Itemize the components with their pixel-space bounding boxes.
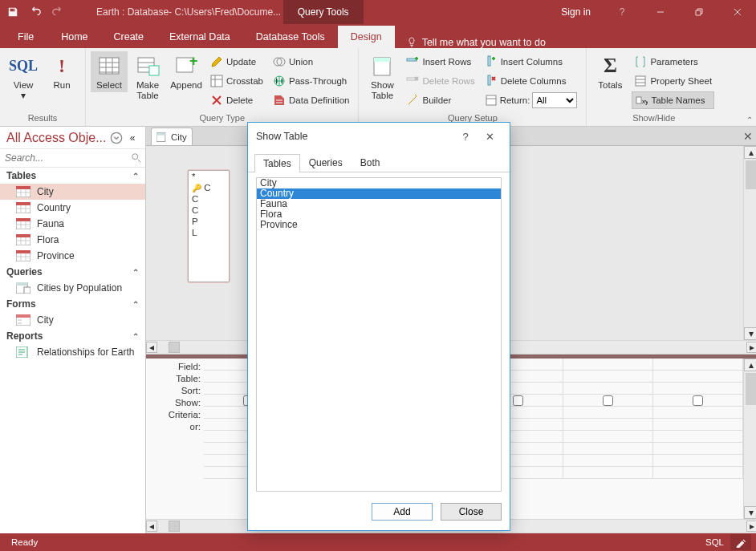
svg-rect-5 — [211, 75, 222, 87]
nav-item-province[interactable]: Province — [0, 248, 145, 264]
group-label-query-type: Query Type — [199, 113, 245, 124]
nav-header[interactable]: All Access Obje... — [6, 131, 110, 145]
close-button[interactable]: Close — [441, 503, 502, 521]
field-row[interactable]: C — [189, 205, 229, 216]
scroll-up-icon[interactable]: ▴ — [744, 146, 756, 159]
builder-button[interactable]: Builder — [404, 91, 477, 109]
show-checkbox[interactable] — [513, 395, 523, 406]
table-names-button[interactable]: xyzTable Names — [632, 91, 714, 109]
tab-home[interactable]: Home — [48, 26, 100, 48]
nav-cat-forms[interactable]: Forms⌃ — [0, 296, 145, 312]
nav-item-form-city[interactable]: City — [0, 312, 145, 328]
field-row[interactable]: P — [189, 216, 229, 227]
pass-through-button[interactable]: Pass-Through — [270, 72, 352, 90]
field-row[interactable]: L — [189, 227, 229, 238]
make-table-icon — [135, 53, 161, 79]
nav-dropdown-icon[interactable] — [110, 132, 123, 144]
dialog-help-icon[interactable]: ? — [453, 131, 478, 143]
update-button[interactable]: Update — [208, 53, 266, 71]
tab-database-tools[interactable]: Database Tools — [243, 26, 338, 48]
scroll-left-icon[interactable]: ◂ — [146, 342, 157, 353]
sql-indicator[interactable]: SQL — [699, 537, 730, 547]
scroll-thumb[interactable] — [169, 521, 180, 532]
delete-button[interactable]: Delete — [208, 91, 266, 109]
group-label-results: Results — [28, 113, 58, 124]
crosstab-button[interactable]: Crosstab — [208, 72, 266, 90]
list-item[interactable]: Province — [257, 220, 501, 230]
undo-icon[interactable] — [26, 2, 45, 22]
scroll-thumb[interactable] — [169, 342, 180, 353]
nav-collapse-icon[interactable]: « — [126, 132, 139, 144]
nav-cat-reports[interactable]: Reports⌃ — [0, 328, 145, 344]
tab-external-data[interactable]: External Data — [156, 26, 243, 48]
dialog-list[interactable]: City Country Fauna Flora Province — [256, 177, 502, 492]
list-item[interactable]: Country — [257, 188, 501, 199]
nav-item-cities-by-population[interactable]: Cities by Population — [0, 280, 145, 296]
nav-cat-tables[interactable]: Tables⌃ — [0, 168, 145, 184]
dialog-tab-both[interactable]: Both — [352, 153, 389, 172]
search-input[interactable] — [3, 151, 128, 165]
scroll-down-icon[interactable]: ▾ — [744, 327, 756, 340]
nav-item-relationships[interactable]: Relationships for Earth — [0, 344, 145, 360]
insert-columns-button[interactable]: Insert Columns — [482, 53, 580, 71]
make-table-button[interactable]: Make Table — [129, 51, 166, 103]
show-checkbox[interactable] — [693, 395, 703, 406]
append-icon: + — [173, 53, 199, 79]
run-button[interactable]: ! Run — [43, 51, 80, 92]
append-button[interactable]: + Append — [168, 51, 205, 92]
collapse-ribbon-icon[interactable]: ⌃ — [746, 115, 753, 124]
field-row[interactable]: 🔑 C — [189, 182, 229, 193]
scroll-down-icon[interactable]: ▾ — [744, 506, 756, 519]
search-icon[interactable] — [131, 152, 142, 164]
tab-design[interactable]: Design — [338, 26, 395, 48]
nav-item-flora[interactable]: Flora — [0, 232, 145, 248]
scroll-thumb[interactable] — [746, 373, 757, 405]
scroll-thumb[interactable] — [746, 160, 757, 189]
show-checkbox[interactable] — [603, 395, 613, 406]
scroll-right-icon[interactable]: ▸ — [746, 342, 756, 353]
insert-rows-button[interactable]: Insert Rows — [404, 53, 477, 71]
dialog-tab-tables[interactable]: Tables — [254, 154, 300, 172]
return-select[interactable]: All — [532, 92, 577, 108]
nav-item-fauna[interactable]: Fauna — [0, 216, 145, 232]
tab-file[interactable]: File — [3, 26, 48, 48]
nav-item-city[interactable]: City — [0, 184, 145, 200]
show-table-button[interactable]: Show Table — [364, 51, 400, 103]
nav-cat-queries[interactable]: Queries⌃ — [0, 264, 145, 280]
dialog-close-icon[interactable]: ✕ — [478, 131, 502, 143]
list-item[interactable]: Fauna — [257, 199, 501, 209]
nav-item-country[interactable]: Country — [0, 200, 145, 216]
field-row[interactable]: C — [189, 193, 229, 205]
redo-icon[interactable] — [48, 2, 67, 22]
parameters-button[interactable]: Parameters — [632, 53, 714, 71]
scroll-up-icon[interactable]: ▴ — [744, 359, 756, 371]
design-view-icon[interactable] — [730, 534, 751, 550]
field-row[interactable]: * — [189, 171, 229, 182]
restore-icon[interactable] — [681, 0, 717, 24]
scroll-right-icon[interactable]: ▸ — [746, 521, 756, 532]
select-query-button[interactable]: Select — [91, 51, 128, 92]
delete-row-icon — [406, 75, 419, 87]
close-tab-icon[interactable]: ✕ — [743, 130, 753, 143]
totals-button[interactable]: Σ Totals — [591, 51, 628, 92]
table-card-city[interactable]: * 🔑 C C C P L — [188, 170, 230, 282]
save-icon[interactable] — [3, 2, 22, 22]
help-icon[interactable]: ? — [604, 0, 640, 24]
tell-me-search[interactable]: Tell me what you want to do — [398, 37, 554, 48]
property-sheet-button[interactable]: Property Sheet — [632, 72, 714, 90]
dialog-tab-queries[interactable]: Queries — [300, 153, 352, 172]
close-icon[interactable] — [719, 0, 756, 24]
union-button[interactable]: Union — [270, 53, 352, 71]
data-definition-button[interactable]: Data Definition — [270, 91, 352, 109]
dialog-titlebar[interactable]: Show Table ? ✕ — [248, 123, 510, 150]
grid-vertical-scrollbar[interactable]: ▴ ▾ — [743, 359, 756, 519]
view-button[interactable]: SQL View▾ — [5, 51, 42, 103]
scroll-left-icon[interactable]: ◂ — [146, 521, 157, 532]
minimize-icon[interactable] — [642, 0, 679, 24]
delete-columns-button[interactable]: Delete Columns — [482, 72, 580, 90]
sign-in-link[interactable]: Sign in — [550, 6, 602, 18]
canvas-vertical-scrollbar[interactable]: ▴ ▾ — [743, 146, 756, 340]
add-button[interactable]: Add — [372, 503, 433, 521]
doc-tab-city[interactable]: City — [151, 128, 193, 145]
tab-create[interactable]: Create — [101, 26, 157, 48]
